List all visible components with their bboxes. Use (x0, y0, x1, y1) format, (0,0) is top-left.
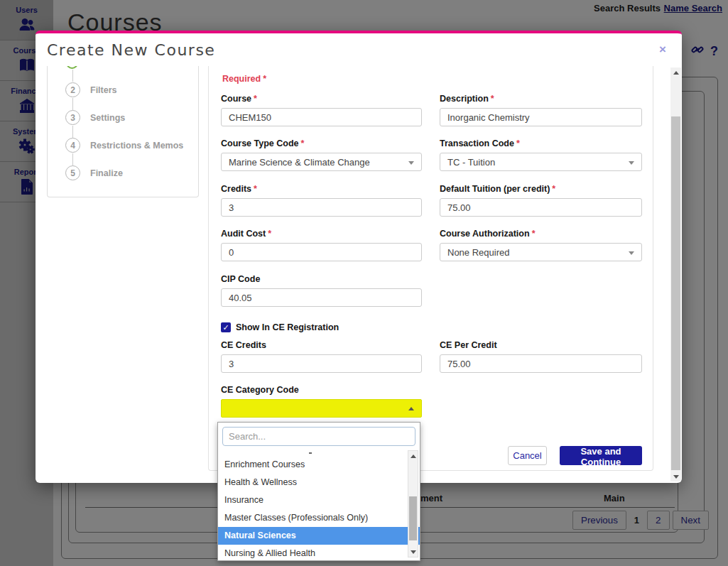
transaction-code-field-group: Transaction Code* TC - Tuition (440, 138, 642, 171)
cancel-button[interactable]: Cancel (508, 446, 547, 465)
modal-title: Create New Course (47, 41, 215, 59)
show-in-ce-registration-checkbox[interactable]: ✓ Show In CE Registration (221, 322, 339, 332)
scroll-up-icon[interactable] (408, 451, 418, 461)
dropdown-option-partial (218, 450, 420, 456)
cip-code-field-group: CIP Code (221, 274, 422, 307)
chevron-down-icon (408, 161, 414, 165)
description-input[interactable] (440, 108, 642, 126)
checkbox-checked-icon: ✓ (221, 322, 231, 332)
chevron-down-icon (629, 161, 634, 165)
course-input[interactable] (221, 108, 422, 126)
ce-category-dropdown: Enrichment Courses Health & Wellness Ins… (217, 422, 420, 561)
dropdown-option[interactable]: Master Classes (Professionals Only) (218, 509, 420, 527)
scrollbar-thumb[interactable] (409, 496, 417, 540)
ce-category-code-select[interactable] (221, 399, 422, 418)
close-icon[interactable]: × (659, 43, 666, 57)
dropdown-option-list: Enrichment Courses Health & Wellness Ins… (218, 450, 420, 560)
scrollbar-thumb[interactable] (671, 116, 680, 470)
dropdown-option[interactable]: Insurance (218, 491, 420, 509)
save-and-continue-button[interactable]: Save and Continue (560, 446, 642, 465)
course-type-code-select[interactable]: Marine Science & Climate Change (221, 153, 422, 171)
dropdown-option[interactable]: Enrichment Courses (218, 456, 420, 474)
chevron-down-icon (629, 251, 634, 255)
dropdown-search-input[interactable] (222, 427, 415, 446)
scroll-down-icon[interactable] (670, 472, 681, 481)
course-type-code-field-group: Course Type Code* Marine Science & Clima… (221, 138, 422, 171)
cip-code-input[interactable] (221, 288, 422, 307)
scroll-up-icon[interactable] (670, 67, 681, 77)
course-field-group: Course* (221, 94, 422, 126)
dropdown-option[interactable]: Nursing & Allied Health (218, 545, 420, 560)
ce-credits-input[interactable] (221, 354, 422, 373)
ce-per-credit-input[interactable] (440, 354, 642, 373)
default-tuition-field-group: Default Tuition (per credit)* (440, 184, 642, 217)
default-tuition-input[interactable] (440, 198, 642, 217)
course-form-panel: Required* Course* Description* Course Ty… (208, 66, 653, 471)
step-1-indicator-partial (66, 66, 78, 69)
scroll-down-icon[interactable] (408, 547, 418, 557)
audit-cost-field-group: Audit Cost* (221, 229, 422, 261)
credits-input[interactable] (221, 198, 422, 217)
credits-field-group: Credits* (221, 184, 422, 217)
stepper-step-settings[interactable]: 3 Settings (65, 110, 125, 125)
modal-body: 2 Filters 3 Settings 4 Restrictions & Me… (36, 66, 682, 483)
chevron-up-icon (408, 407, 414, 410)
required-note: Required* (222, 74, 266, 84)
dropdown-option[interactable]: Health & Wellness (218, 474, 420, 491)
ce-credits-field-group: CE Credits (221, 340, 422, 373)
course-authorization-select[interactable]: None Required (440, 243, 642, 261)
description-field-group: Description* (440, 94, 642, 126)
stepper-step-finalize[interactable]: 5 Finalize (65, 165, 123, 180)
ce-category-code-field-group: CE Category Code (221, 385, 422, 418)
stepper-step-restrictions-memos[interactable]: 4 Restrictions & Memos (65, 138, 183, 153)
create-new-course-modal: Create New Course × 2 Filters 3 Settings… (36, 31, 682, 483)
audit-cost-input[interactable] (221, 243, 422, 261)
dropdown-scrollbar[interactable] (408, 450, 418, 557)
stepper-step-filters[interactable]: 2 Filters (65, 82, 117, 97)
ce-per-credit-field-group: CE Per Credit (440, 340, 642, 373)
dropdown-option-selected[interactable]: Natural Sciences (218, 527, 420, 545)
modal-scrollbar[interactable] (670, 67, 681, 481)
transaction-code-select[interactable]: TC - Tuition (440, 153, 642, 171)
wizard-stepper: 2 Filters 3 Settings 4 Restrictions & Me… (47, 66, 199, 197)
course-authorization-field-group: Course Authorization* None Required (440, 229, 642, 261)
